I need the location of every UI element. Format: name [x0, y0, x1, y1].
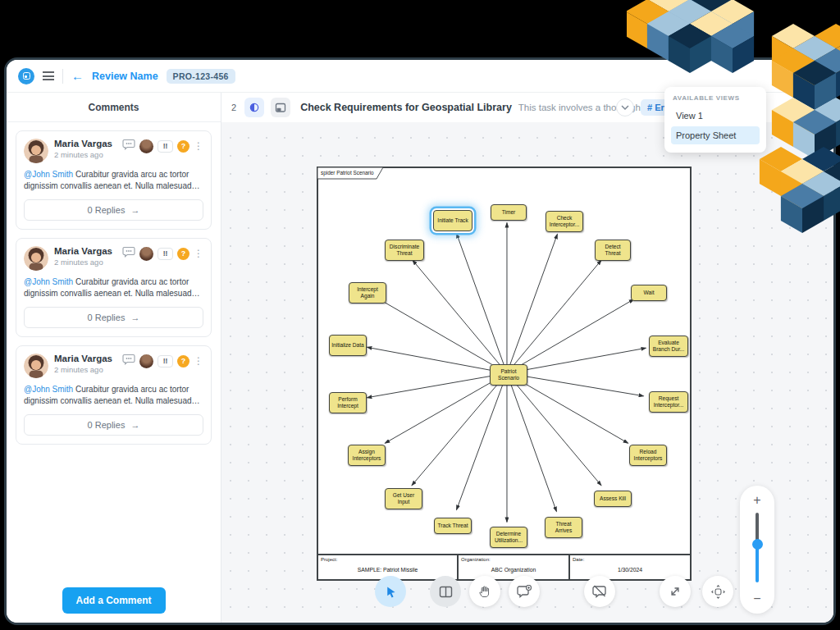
comment-bubble-icon[interactable]: [122, 139, 135, 153]
add-comment-button[interactable]: Add a Comment: [62, 587, 165, 614]
comment-author: Maria Vargas: [54, 246, 112, 258]
priority-badge[interactable]: !!: [158, 140, 173, 153]
diagram-node[interactable]: Get User Input: [385, 488, 422, 509]
diagram-node[interactable]: Perform Intercept: [329, 392, 367, 413]
mention-link[interactable]: @John Smith: [24, 170, 73, 179]
diagram-node[interactable]: Check Interceptor...: [546, 211, 583, 232]
pointer-tool-button[interactable]: [375, 576, 406, 607]
zoom-out-button[interactable]: −: [753, 592, 760, 605]
comment-body: @John Smith Curabitur gravida arcu ac to…: [24, 169, 203, 192]
question-badge[interactable]: ?: [177, 140, 189, 153]
diagram-workspace: 2 Check Requirements for Geospatial Libr…: [221, 93, 833, 623]
priority-badge[interactable]: !!: [158, 248, 173, 260]
header-divider: [62, 69, 63, 84]
replies-button[interactable]: 0 Replies→: [24, 307, 203, 328]
fullscreen-button[interactable]: [660, 576, 691, 607]
comment-author: Maria Vargas: [54, 139, 112, 150]
assignee-avatar[interactable]: [139, 247, 153, 261]
split-view-button[interactable]: [430, 576, 461, 607]
diagram-node[interactable]: Request Interceptor...: [649, 391, 688, 413]
zoom-slider-handle[interactable]: [752, 539, 763, 550]
comment-body: @John Smith Curabitur gravida arcu ac to…: [24, 384, 203, 407]
replies-button[interactable]: 0 Replies→: [24, 414, 203, 436]
diagram-canvas: spider Patriot Scenario Initiate Track T…: [317, 167, 692, 581]
project-value: SAMPLE: Patriot Missile: [318, 567, 457, 573]
comment-author: Maria Vargas: [54, 354, 112, 365]
diagram-node[interactable]: Wait: [631, 285, 667, 301]
app-logo-icon: [23, 72, 30, 80]
diagram-node[interactable]: Timer: [491, 204, 527, 221]
diagram-node[interactable]: Assess Kill: [594, 491, 632, 507]
comment-card: Maria Vargas 2 minutes ago !! ? ⋮ @John …: [16, 345, 212, 445]
expand-description-button[interactable]: [616, 98, 634, 116]
diagram-node[interactable]: Assign Interceptors: [348, 445, 386, 466]
question-badge[interactable]: ?: [177, 248, 189, 260]
arrow-right-icon: →: [130, 420, 139, 430]
zoom-in-button[interactable]: +: [753, 494, 760, 507]
diagram-node[interactable]: Track Threat: [434, 518, 472, 534]
comment-card: Maria Vargas 2 minutes ago !! ? ⋮ @John …: [16, 238, 212, 337]
date-value: 1/30/2024: [570, 567, 690, 573]
comment-count: 2: [231, 103, 236, 112]
comment-bubble-icon[interactable]: [122, 246, 135, 261]
view-item-view1[interactable]: View 1: [671, 107, 760, 125]
hamburger-menu-icon[interactable]: [43, 71, 54, 80]
assignee-avatar[interactable]: [139, 139, 153, 153]
comment-plus-icon: [517, 585, 532, 599]
hide-comments-button[interactable]: [584, 576, 615, 607]
comment-timestamp: 2 minutes ago: [54, 365, 112, 374]
diagram-node-selected[interactable]: Initiate Track: [433, 210, 472, 231]
comment-card: Maria Vargas 2 minutes ago !! ? ⋮ @John …: [16, 130, 212, 230]
more-options-icon[interactable]: ⋮: [194, 141, 203, 151]
priority-badge[interactable]: !!: [158, 355, 173, 368]
comment-timestamp: 2 minutes ago: [54, 258, 112, 267]
add-comment-tool-button[interactable]: [509, 576, 540, 607]
page: { "window": { "header": { "back_label": …: [0, 0, 840, 630]
avatar: [24, 246, 48, 271]
zoom-track-lower: [756, 544, 759, 582]
project-label: Project:: [321, 557, 337, 562]
pan-tool-button[interactable]: [469, 576, 500, 607]
contrast-toggle-button[interactable]: [244, 98, 264, 117]
diagram-title-tab: spider Patriot Scenario: [317, 167, 385, 180]
fit-to-view-button[interactable]: [702, 576, 733, 607]
comment-timestamp: 2 minutes ago: [54, 150, 112, 159]
task-title: Check Requirements for Geospatial Librar…: [300, 102, 512, 113]
diagram-node[interactable]: Detect Threat: [595, 240, 631, 261]
comment-body: @John Smith Curabitur gravida arcu ac to…: [24, 276, 203, 299]
organization-label: Organization:: [461, 557, 491, 562]
more-options-icon[interactable]: ⋮: [194, 249, 203, 258]
diagram-node-center[interactable]: Patriot Scenario: [490, 364, 527, 386]
date-label: Date:: [573, 557, 584, 562]
avatar: [24, 354, 48, 378]
expand-icon: [669, 585, 682, 598]
diagram-node[interactable]: Intercept Again: [349, 282, 386, 304]
assignee-avatar[interactable]: [139, 354, 153, 368]
replies-button[interactable]: 0 Replies→: [24, 199, 203, 221]
review-id-badge: PRO-123-456: [167, 69, 235, 84]
comments-title: Comments: [7, 93, 221, 122]
diagram-node[interactable]: Determine Utilization...: [490, 527, 527, 548]
comment-bubble-icon[interactable]: [122, 354, 135, 368]
app-logo[interactable]: [18, 68, 34, 84]
arrow-right-icon: →: [130, 205, 139, 215]
comments-sidebar: Comments Maria Vargas 2 minutes ago !!: [7, 93, 221, 623]
review-name-link[interactable]: Review Name: [92, 71, 158, 82]
image-overlay-button[interactable]: [271, 98, 290, 117]
back-arrow-icon[interactable]: ←: [71, 70, 84, 82]
diagram-node[interactable]: Initialize Data: [329, 335, 367, 356]
hand-icon: [478, 585, 492, 599]
zoom-control: + −: [740, 486, 774, 614]
diagram-node[interactable]: Reload Interceptors: [629, 445, 667, 466]
view-item-property-sheet[interactable]: Property Sheet: [671, 126, 760, 144]
diagram-node[interactable]: Evaluate Branch Dur...: [649, 336, 688, 357]
available-views-panel: AVAILABLE VIEWS View 1 Property Sheet: [664, 87, 766, 153]
question-badge[interactable]: ?: [177, 355, 189, 368]
more-options-icon[interactable]: ⋮: [194, 356, 203, 366]
zoom-slider[interactable]: [752, 513, 763, 587]
mention-link[interactable]: @John Smith: [24, 385, 73, 394]
available-views-heading: AVAILABLE VIEWS: [673, 94, 760, 102]
diagram-node[interactable]: Threat Arrives: [545, 517, 582, 538]
mention-link[interactable]: @John Smith: [24, 277, 73, 286]
diagram-node[interactable]: Discriminate Threat: [385, 240, 424, 261]
